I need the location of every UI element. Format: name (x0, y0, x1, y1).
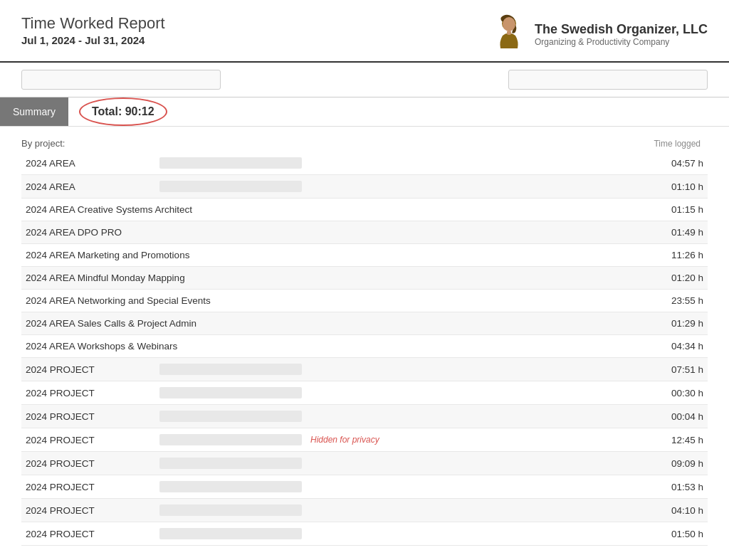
summary-tab[interactable]: Summary (0, 97, 68, 126)
time-logged-cell: 23:55 h (502, 290, 708, 312)
project-name-text: 2024 AREA Mindful Monday Mapping (26, 273, 185, 283)
table-row: 2024 AREA Creative Systems Architect01:1… (21, 199, 708, 221)
table-row: 2024 PROJECT00:30 h (21, 381, 708, 405)
project-name-text: 2024 AREA DPO PRO (26, 227, 154, 238)
time-logged-cell: 12:45 h (502, 428, 708, 452)
summary-bar: Summary Total: 90:12 (0, 97, 729, 127)
page-header: Time Worked Report Jul 1, 2024 - Jul 31,… (0, 0, 729, 63)
project-name-cell: 2024 AREA Workshops & Webinars (21, 335, 502, 358)
table-row: 2024 AREA Sales Calls & Project Admin01:… (21, 312, 708, 335)
table-row: 2024 PROJECT01:53 h (21, 475, 708, 499)
filter-input-left[interactable] (21, 70, 221, 90)
report-date: Jul 1, 2024 - Jul 31, 2024 (21, 34, 165, 46)
time-logged-cell: 09:09 h (502, 452, 708, 475)
time-logged-cell: 04:57 h (502, 152, 708, 175)
project-name-cell: 2024 PROJECT (21, 499, 502, 522)
project-name-cell: 2024 AREA Mindful Monday Mapping (21, 267, 502, 290)
privacy-blur-block (159, 528, 302, 539)
time-logged-cell: 11:26 h (502, 244, 708, 267)
company-tagline: Organizing & Productivity Company (535, 37, 708, 47)
time-logged-cell: 01:50 h (502, 522, 708, 546)
company-info: The Swedish Organizer, LLC Organizing & … (535, 22, 708, 47)
by-project-header: By project: Time logged (21, 138, 708, 149)
project-name-text: 2024 AREA Sales Calls & Project Admin (26, 318, 196, 329)
project-name-text: 2024 PROJECT (26, 388, 154, 398)
total-display: Total: 90:12 (79, 97, 167, 126)
time-logged-cell: 01:15 h (502, 199, 708, 221)
project-name-cell: 2024 PROJECT (21, 381, 502, 405)
time-logged-cell: 01:29 h (502, 312, 708, 335)
privacy-label: Hidden for privacy (310, 435, 379, 445)
company-name: The Swedish Organizer, LLC (535, 22, 708, 37)
header-right: The Swedish Organizer, LLC Organizing & … (492, 14, 708, 54)
project-table: 2024 AREA04:57 h2024 AREA01:10 h2024 ARE… (21, 152, 708, 546)
filter-input-right[interactable] (508, 70, 708, 90)
table-row: 2024 PROJECT04:10 h (21, 499, 708, 522)
project-name-text: 2024 AREA (26, 181, 154, 192)
privacy-blur-block (159, 504, 302, 516)
project-name-text: 2024 PROJECT (26, 435, 154, 445)
table-row: 2024 AREA DPO PRO01:49 h (21, 221, 708, 244)
table-row: 2024 PROJECT01:50 h (21, 522, 708, 546)
header-left: Time Worked Report Jul 1, 2024 - Jul 31,… (21, 14, 165, 46)
project-name-cell: 2024 PROJECTHidden for privacy (21, 428, 502, 452)
by-project-label: By project: (21, 138, 65, 149)
table-row: 2024 AREA Mindful Monday Mapping01:20 h (21, 267, 708, 290)
project-name-cell: 2024 PROJECT (21, 358, 502, 381)
table-row: 2024 AREA01:10 h (21, 175, 708, 199)
project-name-text: 2024 AREA Marketing and Promotions (26, 250, 189, 260)
project-name-cell: 2024 PROJECT (21, 452, 502, 475)
project-name-cell: 2024 AREA Sales Calls & Project Admin (21, 312, 502, 335)
project-name-cell: 2024 AREA (21, 175, 502, 199)
page-wrapper: Time Worked Report Jul 1, 2024 - Jul 31,… (0, 0, 729, 560)
time-logged-cell: 00:30 h (502, 381, 708, 405)
privacy-blur-block (159, 481, 302, 492)
privacy-blur-block (159, 181, 302, 192)
project-name-text: 2024 PROJECT (26, 505, 154, 516)
project-name-text: 2024 PROJECT (26, 364, 154, 375)
table-row: 2024 AREA04:57 h (21, 152, 708, 175)
project-name-cell: 2024 PROJECT (21, 522, 502, 546)
table-row: 2024 PROJECT09:09 h (21, 452, 708, 475)
time-logged-cell: 00:04 h (502, 405, 708, 428)
content-area: By project: Time logged 2024 AREA04:57 h… (0, 132, 729, 560)
table-row: 2024 AREA Networking and Special Events2… (21, 290, 708, 312)
time-logged-cell: 01:20 h (502, 267, 708, 290)
project-name-text: 2024 AREA Networking and Special Events (26, 295, 211, 306)
time-logged-cell: 01:10 h (502, 175, 708, 199)
svg-point-1 (503, 17, 515, 31)
time-logged-cell: 07:51 h (502, 358, 708, 381)
time-logged-cell: 04:10 h (502, 499, 708, 522)
table-row: 2024 AREA Marketing and Promotions11:26 … (21, 244, 708, 267)
report-title: Time Worked Report (21, 14, 165, 33)
time-logged-label: Time logged (654, 139, 701, 149)
project-name-text: 2024 PROJECT (26, 482, 154, 492)
privacy-blur-block (159, 157, 302, 169)
table-row: 2024 PROJECT00:04 h (21, 405, 708, 428)
project-name-cell: 2024 PROJECT (21, 475, 502, 499)
project-name-text: 2024 AREA Workshops & Webinars (26, 341, 177, 352)
project-name-cell: 2024 AREA DPO PRO (21, 221, 502, 244)
privacy-blur-block (159, 411, 302, 422)
table-row: 2024 PROJECTHidden for privacy12:45 h (21, 428, 708, 452)
project-name-cell: 2024 AREA Creative Systems Architect (21, 199, 502, 221)
project-name-cell: 2024 AREA Networking and Special Events (21, 290, 502, 312)
project-name-text: 2024 PROJECT (26, 411, 154, 422)
project-name-cell: 2024 PROJECT (21, 405, 502, 428)
time-logged-cell: 01:49 h (502, 221, 708, 244)
table-row: 2024 AREA Workshops & Webinars04:34 h (21, 335, 708, 358)
privacy-blur-block (159, 364, 302, 375)
company-logo-icon (492, 14, 526, 54)
table-row: 2024 PROJECT07:51 h (21, 358, 708, 381)
filter-bar (0, 63, 729, 97)
project-name-text: 2024 AREA (26, 158, 154, 169)
project-name-text: 2024 PROJECT (26, 529, 154, 539)
project-name-cell: 2024 AREA (21, 152, 502, 175)
privacy-blur-block (159, 387, 302, 398)
svg-rect-2 (507, 31, 511, 35)
project-name-text: 2024 PROJECT (26, 458, 154, 469)
privacy-blur-block (159, 458, 302, 469)
project-name-cell: 2024 AREA Marketing and Promotions (21, 244, 502, 267)
time-logged-cell: 01:53 h (502, 475, 708, 499)
time-logged-cell: 04:34 h (502, 335, 708, 358)
